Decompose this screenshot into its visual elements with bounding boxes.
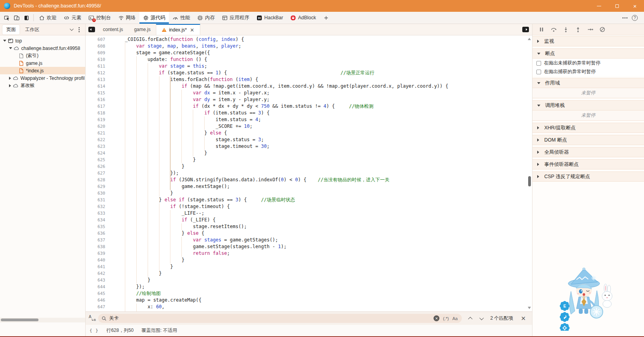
- line-number[interactable]: 617: [86, 103, 105, 110]
- code-line[interactable]: 616 var dy = item.y - player.y;: [86, 96, 527, 103]
- breakpoint-option[interactable]: 在抛出捕获的异常时暂停: [532, 67, 644, 76]
- close-button[interactable]: ×: [626, 0, 644, 12]
- line-number[interactable]: 635: [86, 223, 105, 230]
- inspect-icon[interactable]: [4, 15, 10, 21]
- breakpoint-option[interactable]: 在抛出未捕获的异常时暂停: [532, 59, 644, 67]
- tab-elements[interactable]: 元素: [60, 12, 85, 24]
- code-line[interactable]: 612 if (stage.status == 1) { //场景正常运行: [86, 70, 527, 76]
- code-line[interactable]: 610 update: function () {: [86, 56, 527, 63]
- help-icon[interactable]: ?: [632, 15, 638, 21]
- line-number[interactable]: 618: [86, 110, 105, 116]
- code-line[interactable]: 636 } else {: [86, 230, 527, 237]
- code-line[interactable]: 620 _SCORE += 10;: [86, 123, 527, 130]
- section-header-dom-breakpoints[interactable]: DOM 断点: [532, 135, 644, 145]
- code-line[interactable]: 643 }: [86, 277, 527, 284]
- replace-toggle-icon[interactable]: A↳B: [89, 315, 97, 322]
- step-icon[interactable]: [587, 26, 593, 33]
- line-number[interactable]: 630: [86, 190, 105, 197]
- code-line[interactable]: 647 x: 60,: [86, 304, 527, 310]
- sidebar-item-origin-wappalyzer[interactable]: Wappalyzer - Technology profil: [0, 74, 85, 82]
- section-header-call-stack[interactable]: 调用堆栈: [532, 100, 644, 110]
- line-number[interactable]: 646: [86, 297, 105, 304]
- maximize-button[interactable]: [608, 0, 626, 12]
- line-number[interactable]: 619: [86, 116, 105, 123]
- more-icon[interactable]: [624, 17, 626, 18]
- tab-console[interactable]: ✕控制台: [85, 12, 115, 24]
- line-number[interactable]: 639: [86, 250, 105, 257]
- close-tab-icon[interactable]: ✕: [190, 27, 194, 33]
- line-number[interactable]: 626: [86, 163, 105, 170]
- section-header-event-listener-breakpoints[interactable]: 事件侦听器断点: [532, 159, 644, 169]
- code-line[interactable]: 633 _LIFE--;: [86, 210, 527, 217]
- tab-network[interactable]: 网络: [115, 12, 139, 24]
- code-line[interactable]: 629 game.nextStage();: [86, 183, 527, 190]
- line-number[interactable]: 627: [86, 170, 105, 177]
- line-number[interactable]: 609: [86, 50, 105, 56]
- line-number[interactable]: 642: [86, 270, 105, 277]
- line-number[interactable]: 623: [86, 143, 105, 150]
- regex-toggle[interactable]: (.*): [443, 316, 449, 321]
- code-line[interactable]: 627 });: [86, 170, 527, 177]
- code-editor[interactable]: 607 _COIGIG.forEach(function (config, in…: [86, 35, 532, 311]
- line-number[interactable]: 647: [86, 304, 105, 310]
- sidebar-item-origin-challenge[interactable]: challenge.basectf.fun:49958: [0, 44, 85, 52]
- tab-add[interactable]: [320, 12, 333, 24]
- line-number[interactable]: 641: [86, 263, 105, 270]
- line-number[interactable]: 622: [86, 136, 105, 143]
- code-line[interactable]: 617 if (dx * dx + dy * dy < 750 && item.…: [86, 103, 527, 110]
- line-number[interactable]: 612: [86, 70, 105, 76]
- line-number[interactable]: 644: [86, 284, 105, 290]
- scroll-up-icon[interactable]: [528, 38, 531, 40]
- device-toolbar-icon[interactable]: [14, 15, 20, 21]
- line-number[interactable]: 628: [86, 177, 105, 183]
- code-line[interactable]: 628 if (JSON.stringify(beans.data).index…: [86, 177, 527, 183]
- hscrollbar-thumb[interactable]: [1, 319, 38, 321]
- line-number[interactable]: 608: [86, 43, 105, 50]
- kebab-menu-icon[interactable]: [79, 29, 80, 30]
- code-line[interactable]: 607 _COIGIG.forEach(function (config, in…: [86, 36, 527, 43]
- line-number[interactable]: 620: [86, 123, 105, 130]
- section-header-global-listeners[interactable]: 全局侦听器: [532, 147, 644, 157]
- sidebar-item-file-index-doc[interactable]: (索引): [0, 52, 85, 59]
- line-number[interactable]: 621: [86, 130, 105, 136]
- scroll-down-icon[interactable]: [528, 307, 531, 309]
- search-input[interactable]: [109, 316, 434, 321]
- expand-open-icon[interactable]: [3, 40, 6, 42]
- line-number[interactable]: 610: [86, 56, 105, 63]
- line-number[interactable]: 634: [86, 217, 105, 223]
- line-number[interactable]: 633: [86, 210, 105, 217]
- tab-adblock[interactable]: AdBlock: [287, 12, 320, 24]
- code-line[interactable]: 615 var dx = item.x - player.x;: [86, 90, 527, 96]
- tab-hackbar[interactable]: HHackBar: [253, 12, 287, 24]
- code-line[interactable]: 609 stage = game.createStage({: [86, 50, 527, 56]
- section-header-xhr-breakpoints[interactable]: XHR/提取断点: [532, 123, 644, 133]
- expand-open-icon[interactable]: [9, 47, 12, 49]
- editor-vscrollbar[interactable]: [527, 35, 532, 311]
- tab-sources[interactable]: 源代码: [139, 12, 169, 24]
- line-number[interactable]: 636: [86, 230, 105, 237]
- code-line[interactable]: 621 } else {: [86, 130, 527, 136]
- code-line[interactable]: 632 if (!stage.timeout) {: [86, 203, 527, 210]
- line-number[interactable]: 645: [86, 290, 105, 297]
- file-tab-game-js[interactable]: game.js: [128, 24, 156, 35]
- sidebar-item-file-game-js[interactable]: game.js: [0, 59, 85, 67]
- sidebar-item-file-index-js[interactable]: *index.js: [0, 67, 85, 74]
- code-line[interactable]: 638 game.setStage(stages.length - 1);: [86, 243, 527, 250]
- line-number[interactable]: 624: [86, 150, 105, 157]
- line-number[interactable]: 613: [86, 76, 105, 83]
- search-field[interactable]: ✕ (.*) Aa: [98, 314, 462, 323]
- file-tab-index-js[interactable]: index.js*✕: [156, 24, 200, 35]
- navigator-hscrollbar[interactable]: [0, 318, 85, 322]
- code-line[interactable]: 624 }: [86, 150, 527, 157]
- line-number[interactable]: 631: [86, 197, 105, 203]
- close-search-button[interactable]: ✕: [518, 315, 529, 322]
- code-line[interactable]: 646 map = stage.createMap({: [86, 297, 527, 304]
- tab-workspace[interactable]: 工作区: [21, 25, 43, 35]
- tab-pages[interactable]: 页面: [2, 25, 20, 35]
- sidebar-item-top[interactable]: top: [0, 37, 85, 44]
- code-line[interactable]: 608 var stage, map, beans, items, player…: [86, 43, 527, 50]
- code-line[interactable]: 635 stage.resetItems();: [86, 223, 527, 230]
- code-line[interactable]: 626 }: [86, 163, 527, 170]
- expand-closed-icon[interactable]: [9, 77, 11, 80]
- checkbox-unchecked[interactable]: [536, 61, 541, 66]
